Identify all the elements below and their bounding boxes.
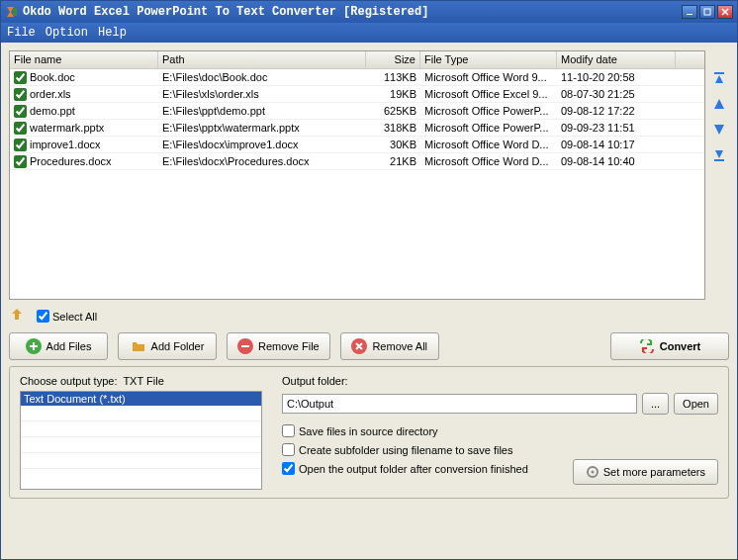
file-date: 09-08-12 17:22 <box>557 104 676 118</box>
remove-all-icon <box>351 338 367 354</box>
table-row[interactable]: Procedures.docxE:\Files\docx\Procedures.… <box>10 153 704 170</box>
file-date: 09-08-14 10:17 <box>557 138 676 151</box>
file-type: Microsoft Office Word D... <box>420 138 557 151</box>
file-date: 09-09-23 11:51 <box>557 121 676 135</box>
file-checkbox[interactable] <box>14 88 27 101</box>
file-size: 318KB <box>366 121 420 135</box>
move-up-button[interactable] <box>711 96 727 112</box>
add-folder-button[interactable]: Add Folder <box>118 332 217 360</box>
file-name: improve1.docx <box>30 139 101 150</box>
file-checkbox[interactable] <box>14 155 27 168</box>
reorder-controls <box>709 50 729 300</box>
file-path: E:\Files\docx\improve1.docx <box>158 138 366 151</box>
file-checkbox[interactable] <box>14 71 27 84</box>
file-table: File name Path Size File Type Modify dat… <box>9 50 705 300</box>
file-date: 08-07-30 21:25 <box>557 87 676 101</box>
file-name: watermark.pptx <box>30 122 104 134</box>
col-header-type[interactable]: File Type <box>420 51 557 68</box>
action-buttons: Add Files Add Folder Remove File Remove … <box>9 332 729 360</box>
file-type: Microsoft Office Excel 9... <box>420 87 557 101</box>
col-header-date[interactable]: Modify date <box>557 51 676 68</box>
output-folder-section: Output folder: ... Open Save files in so… <box>282 375 718 490</box>
folder-icon <box>131 338 146 354</box>
file-checkbox[interactable] <box>14 139 27 151</box>
output-type-option[interactable]: Text Document (*.txt) <box>21 392 261 406</box>
file-name: order.xls <box>30 88 71 100</box>
svg-rect-3 <box>714 72 724 74</box>
file-date: 11-10-20 20:58 <box>557 70 676 84</box>
file-path: E:\Files\docx\Procedures.docx <box>158 154 366 168</box>
file-path: E:\Files\xls\order.xls <box>158 87 366 101</box>
svg-point-6 <box>591 471 594 474</box>
minimize-button[interactable] <box>682 5 697 19</box>
file-size: 19KB <box>366 87 420 101</box>
select-all-input[interactable] <box>37 310 49 323</box>
output-folder-input[interactable] <box>282 394 637 414</box>
menu-help[interactable]: Help <box>98 26 127 40</box>
file-size: 113KB <box>366 70 420 84</box>
table-row[interactable]: demo.pptE:\Files\ppt\demo.ppt625KBMicros… <box>10 103 704 120</box>
file-type: Microsoft Office Word D... <box>420 154 557 168</box>
output-panel: Choose output type: TXT File Text Docume… <box>9 366 729 499</box>
svg-rect-2 <box>704 9 710 15</box>
plus-icon <box>26 338 42 354</box>
maximize-button[interactable] <box>699 5 715 19</box>
open-folder-button[interactable]: Open <box>674 393 718 415</box>
file-date: 09-08-14 10:40 <box>557 154 676 168</box>
set-more-parameters-button[interactable]: Set more parameters <box>573 459 718 485</box>
menu-file[interactable]: File <box>7 26 36 40</box>
file-path: E:\Files\ppt\demo.ppt <box>158 104 366 118</box>
window-title: Okdo Word Excel PowerPoint To Text Conve… <box>23 5 428 19</box>
gear-icon <box>586 465 600 479</box>
content-area: File name Path Size File Type Modify dat… <box>1 43 737 559</box>
move-bottom-button[interactable] <box>711 147 727 163</box>
svg-rect-4 <box>714 159 724 161</box>
file-size: 625KB <box>366 104 420 118</box>
select-all-row: Select All <box>9 306 729 327</box>
col-header-size[interactable]: Size <box>366 51 420 68</box>
menu-option[interactable]: Option <box>46 26 88 40</box>
file-name: Procedures.docx <box>30 155 112 167</box>
table-row[interactable]: Book.docE:\Files\doc\Book.doc113KBMicros… <box>10 69 704 86</box>
col-header-path[interactable]: Path <box>158 51 366 68</box>
output-type-label: Choose output type: TXT File <box>20 375 262 387</box>
minus-icon <box>237 338 253 354</box>
file-name: Book.doc <box>30 71 75 83</box>
add-files-button[interactable]: Add Files <box>9 332 108 360</box>
svg-rect-0 <box>13 8 17 16</box>
file-checkbox[interactable] <box>14 105 27 118</box>
file-type: Microsoft Office Word 9... <box>420 70 557 84</box>
move-down-button[interactable] <box>711 122 727 138</box>
create-subfolder-option[interactable]: Create subfolder using filename to save … <box>282 443 718 456</box>
browse-button[interactable]: ... <box>642 393 669 415</box>
title-bar: Okdo Word Excel PowerPoint To Text Conve… <box>1 1 737 23</box>
convert-button[interactable]: Convert <box>610 332 729 360</box>
remove-all-button[interactable]: Remove All <box>340 332 439 360</box>
remove-file-button[interactable]: Remove File <box>227 332 330 360</box>
table-header: File name Path Size File Type Modify dat… <box>10 51 704 69</box>
app-icon <box>5 5 19 19</box>
file-path: E:\Files\pptx\watermark.pptx <box>158 121 366 135</box>
convert-icon <box>639 338 655 354</box>
save-source-option[interactable]: Save files in source directory <box>282 424 718 437</box>
output-folder-label: Output folder: <box>282 375 718 387</box>
up-folder-icon[interactable] <box>9 308 25 325</box>
table-row[interactable]: watermark.pptxE:\Files\pptx\watermark.pp… <box>10 120 704 137</box>
table-row[interactable]: order.xlsE:\Files\xls\order.xls19KBMicro… <box>10 86 704 103</box>
file-size: 30KB <box>366 138 420 151</box>
file-name: demo.ppt <box>30 105 75 117</box>
file-size: 21KB <box>366 154 420 168</box>
table-row[interactable]: improve1.docxE:\Files\docx\improve1.docx… <box>10 137 704 153</box>
file-type: Microsoft Office PowerP... <box>420 121 557 135</box>
move-top-button[interactable] <box>711 70 727 86</box>
menu-bar: File Option Help <box>1 23 737 43</box>
col-header-name[interactable]: File name <box>10 51 158 68</box>
app-window: Okdo Word Excel PowerPoint To Text Conve… <box>0 0 738 560</box>
file-type: Microsoft Office PowerP... <box>420 104 557 118</box>
close-button[interactable] <box>717 5 733 19</box>
svg-rect-1 <box>687 14 692 15</box>
file-checkbox[interactable] <box>14 122 27 135</box>
file-path: E:\Files\doc\Book.doc <box>158 70 366 84</box>
select-all-checkbox[interactable]: Select All <box>37 310 97 323</box>
output-type-list[interactable]: Text Document (*.txt) <box>20 391 262 490</box>
